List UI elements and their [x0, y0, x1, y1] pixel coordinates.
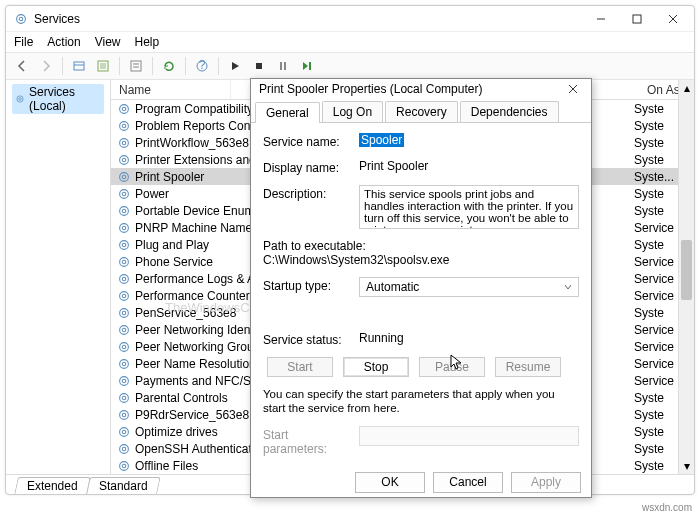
svg-rect-3: [633, 15, 641, 23]
svg-marker-19: [303, 62, 308, 70]
label-description: Description:: [263, 185, 353, 201]
tab-extended[interactable]: Extended: [14, 477, 90, 494]
tree-root-label: Services (Local): [29, 85, 101, 113]
start-button: Start: [267, 357, 333, 377]
svg-point-29: [120, 155, 129, 164]
value-service-name[interactable]: Spooler: [359, 133, 404, 147]
svg-point-35: [120, 206, 129, 215]
label-service-status: Service status:: [263, 331, 353, 347]
export-button[interactable]: [93, 56, 113, 76]
value-display-name: Print Spooler: [359, 159, 428, 173]
svg-point-49: [120, 325, 129, 334]
dialog-tabs: General Log On Recovery Dependencies: [251, 101, 591, 123]
start-service-button[interactable]: [225, 56, 245, 76]
back-button[interactable]: [12, 56, 32, 76]
svg-point-66: [122, 464, 126, 468]
value-description[interactable]: This service spools print jobs and handl…: [359, 185, 579, 229]
tab-general[interactable]: General: [255, 102, 320, 123]
properties-button[interactable]: [126, 56, 146, 76]
tab-dependencies[interactable]: Dependencies: [460, 101, 559, 122]
label-service-name: Service name:: [263, 133, 353, 149]
svg-rect-16: [256, 63, 262, 69]
svg-point-54: [122, 362, 126, 366]
svg-point-41: [120, 257, 129, 266]
tree-root[interactable]: Services (Local): [12, 84, 104, 114]
svg-point-31: [120, 172, 129, 181]
svg-point-63: [120, 444, 129, 453]
svg-point-27: [120, 138, 129, 147]
maximize-button[interactable]: [620, 9, 654, 29]
start-params-input: [359, 426, 579, 446]
scrollbar[interactable]: ▴ ▾: [678, 80, 694, 474]
stop-service-button[interactable]: [249, 56, 269, 76]
dialog-footer: OK Cancel Apply: [251, 464, 591, 501]
svg-marker-15: [232, 62, 239, 70]
svg-point-1: [19, 17, 23, 21]
svg-point-52: [122, 345, 126, 349]
close-button[interactable]: [656, 9, 690, 29]
svg-point-26: [122, 124, 126, 128]
column-name[interactable]: Name: [111, 80, 231, 99]
svg-point-23: [120, 104, 129, 113]
menu-view[interactable]: View: [95, 35, 121, 49]
svg-point-57: [120, 393, 129, 402]
svg-point-50: [122, 328, 126, 332]
svg-point-44: [122, 277, 126, 281]
start-params-note: You can specify the start parameters tha…: [263, 387, 579, 416]
scroll-up-icon[interactable]: ▴: [679, 80, 694, 96]
show-hide-button[interactable]: [69, 56, 89, 76]
dialog-close-button[interactable]: [563, 79, 583, 99]
dialog-title: Print Spooler Properties (Local Computer…: [259, 82, 563, 96]
gear-icon: [15, 93, 25, 105]
svg-point-53: [120, 359, 129, 368]
minimize-button[interactable]: [584, 9, 618, 29]
svg-point-28: [122, 141, 126, 145]
svg-point-21: [17, 96, 23, 102]
svg-point-61: [120, 427, 129, 436]
svg-point-45: [120, 291, 129, 300]
svg-point-47: [120, 308, 129, 317]
ok-button[interactable]: OK: [355, 472, 425, 493]
menu-file[interactable]: File: [14, 35, 33, 49]
stop-button[interactable]: Stop: [343, 357, 409, 377]
tree-pane: Services (Local): [6, 80, 111, 474]
cancel-button[interactable]: Cancel: [433, 472, 503, 493]
forward-button[interactable]: [36, 56, 56, 76]
svg-point-22: [19, 98, 22, 101]
pause-service-button[interactable]: [273, 56, 293, 76]
svg-point-62: [122, 430, 126, 434]
svg-point-24: [122, 107, 126, 111]
svg-point-48: [122, 311, 126, 315]
svg-point-0: [17, 14, 26, 23]
svg-rect-10: [131, 61, 141, 71]
help-button[interactable]: ?: [192, 56, 212, 76]
label-startup-type: Startup type:: [263, 277, 353, 293]
svg-point-30: [122, 158, 126, 162]
tab-standard[interactable]: Standard: [86, 477, 160, 494]
svg-point-56: [122, 379, 126, 383]
apply-button[interactable]: Apply: [511, 472, 581, 493]
svg-rect-6: [74, 62, 84, 70]
label-start-params: Start parameters:: [263, 426, 353, 456]
value-service-status: Running: [359, 331, 404, 345]
refresh-button[interactable]: [159, 56, 179, 76]
scroll-thumb[interactable]: [681, 240, 692, 300]
menu-help[interactable]: Help: [135, 35, 160, 49]
svg-point-33: [120, 189, 129, 198]
menu-action[interactable]: Action: [47, 35, 80, 49]
scroll-down-icon[interactable]: ▾: [679, 458, 694, 474]
svg-point-59: [120, 410, 129, 419]
svg-point-46: [122, 294, 126, 298]
restart-service-button[interactable]: [297, 56, 317, 76]
startup-type-combo[interactable]: Automatic: [359, 277, 579, 297]
svg-rect-18: [284, 62, 286, 70]
tab-recovery[interactable]: Recovery: [385, 101, 458, 122]
svg-rect-17: [280, 62, 282, 70]
tab-logon[interactable]: Log On: [322, 101, 383, 122]
svg-point-51: [120, 342, 129, 351]
svg-point-36: [122, 209, 126, 213]
services-icon: [14, 12, 28, 26]
svg-point-25: [120, 121, 129, 130]
toolbar: ?: [6, 52, 694, 80]
svg-point-42: [122, 260, 126, 264]
